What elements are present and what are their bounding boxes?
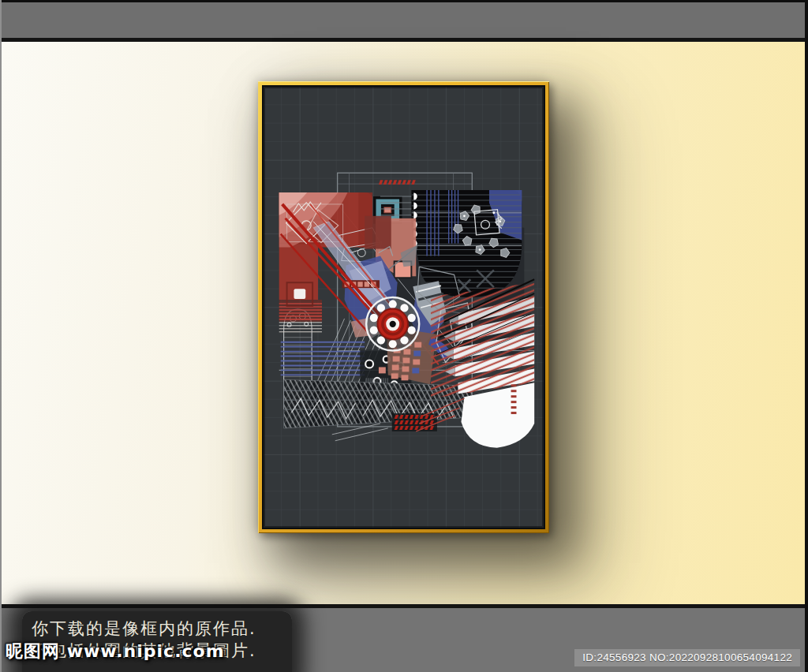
target-wheel — [366, 297, 419, 351]
page: 你下载的是像框内的原作品. 不包括外圍的其他背景圖片. 昵图网 www.nipi… — [0, 0, 808, 672]
red-hatch-grid — [392, 413, 437, 431]
artwork-canvas — [264, 87, 544, 528]
watermark-site-name: 昵图网 — [6, 641, 60, 661]
preview-area — [2, 42, 805, 604]
top-toolbar-strip — [2, 2, 805, 38]
notice-line-1: 你下载的是像框内的原作品. — [32, 618, 282, 640]
picture-frame — [258, 81, 549, 533]
image-id-label: ID:24556923 NO:20220928100654094122 — [574, 649, 800, 666]
watermark-site-url: www.nipic.com — [67, 641, 225, 661]
site-watermark: 昵图网 www.nipic.com — [6, 640, 225, 663]
footer-bar: 你下载的是像框内的原作品. 不包括外圍的其他背景圖片. 昵图网 www.nipi… — [2, 608, 805, 672]
frame-inner-edge — [262, 85, 545, 529]
